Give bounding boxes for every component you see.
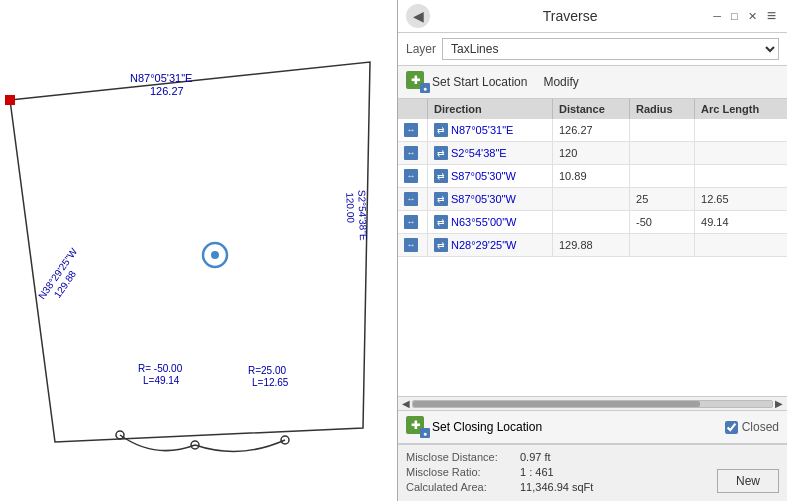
table-row[interactable]: ↔⇄S87°05'30"W2512.65	[398, 188, 787, 211]
set-start-button[interactable]: ✚ ● Set Start Location	[406, 71, 527, 93]
traverse-table: Direction Distance Radius Arc Length ↔⇄N…	[398, 99, 787, 257]
distance-cell: 126.27	[552, 119, 629, 142]
table-row[interactable]: ↔⇄S2°54'38"E120	[398, 142, 787, 165]
layer-select[interactable]: TaxLines	[442, 38, 779, 60]
radius-cell: 25	[630, 188, 695, 211]
arc-length-cell: 12.65	[695, 188, 787, 211]
svg-text:L=12.65: L=12.65	[252, 377, 289, 388]
map-pin-icon: ●	[423, 85, 427, 92]
table-row[interactable]: ↔⇄N28°29'25"W129.88	[398, 234, 787, 257]
panel-titlebar: ◀ Traverse ─ □ ✕ ≡	[398, 0, 787, 33]
distance-cell	[552, 211, 629, 234]
scroll-left-arrow[interactable]: ◀	[400, 398, 412, 409]
svg-text:R=25.00: R=25.00	[248, 365, 287, 376]
radius-cell	[630, 165, 695, 188]
table-body: ↔⇄N87°05'31"E126.27↔⇄S2°54'38"E120↔⇄S87°…	[398, 119, 787, 257]
table-row[interactable]: ↔⇄S87°05'30"W10.89	[398, 165, 787, 188]
arc-length-cell	[695, 234, 787, 257]
row-icon-cell: ↔	[398, 234, 428, 257]
row-expand-icon: ↔	[404, 123, 418, 137]
distance-cell: 129.88	[552, 234, 629, 257]
direction-cell: ⇄N87°05'31"E	[428, 119, 553, 142]
arc-length-cell	[695, 119, 787, 142]
scroll-right-arrow[interactable]: ▶	[773, 398, 785, 409]
panel: ◀ Traverse ─ □ ✕ ≡ Layer TaxLines ✚ ● Se…	[397, 0, 787, 501]
scrollbar-thumb[interactable]	[413, 401, 700, 407]
direction-icon: ⇄	[434, 192, 448, 206]
layer-label: Layer	[406, 42, 436, 56]
table-container[interactable]: Direction Distance Radius Arc Length ↔⇄N…	[398, 99, 787, 397]
misclose-distance-value: 0.97 ft	[520, 451, 551, 463]
svg-text:L=49.14: L=49.14	[143, 375, 180, 386]
closing-row: ✚ ● Set Closing Location Closed	[398, 411, 787, 444]
misclose-distance-label: Misclose Distance:	[406, 451, 516, 463]
calculated-area-line: Calculated Area: 11,346.94 sqFt	[406, 481, 593, 493]
direction-value: S2°54'38"E	[451, 147, 507, 159]
table-header-row: Direction Distance Radius Arc Length	[398, 99, 787, 119]
direction-icon: ⇄	[434, 215, 448, 229]
col-arc-length: Arc Length	[695, 99, 787, 119]
closed-right: Closed	[725, 420, 779, 434]
direction-cell: ⇄N28°29'25"W	[428, 234, 553, 257]
row-icon-cell: ↔	[398, 165, 428, 188]
misclose-distance-line: Misclose Distance: 0.97 ft	[406, 451, 593, 463]
scrollbar-track[interactable]	[412, 400, 773, 408]
arc-length-cell	[695, 142, 787, 165]
col-icon	[398, 99, 428, 119]
arc-length-cell	[695, 165, 787, 188]
set-start-icon: ✚	[411, 74, 420, 87]
direction-icon: ⇄	[434, 123, 448, 137]
col-direction: Direction	[428, 99, 553, 119]
row-expand-icon: ↔	[404, 238, 418, 252]
direction-value: S87°05'30"W	[451, 170, 516, 182]
svg-text:S2°54'38"E: S2°54'38"E	[356, 190, 369, 241]
scrollbar-row: ◀ ▶	[398, 397, 787, 411]
direction-cell: ⇄S2°54'38"E	[428, 142, 553, 165]
misclose-ratio-line: Misclose Ratio: 1 : 461	[406, 466, 593, 478]
close-button[interactable]: ✕	[745, 10, 760, 23]
info-section: Misclose Distance: 0.97 ft Misclose Rati…	[406, 451, 593, 493]
radius-cell	[630, 119, 695, 142]
table-row[interactable]: ↔⇄N87°05'31"E126.27	[398, 119, 787, 142]
direction-cell: ⇄S87°05'30"W	[428, 188, 553, 211]
back-button[interactable]: ◀	[406, 4, 430, 28]
direction-value: N28°29'25"W	[451, 239, 516, 251]
svg-text:R= -50.00: R= -50.00	[138, 363, 183, 374]
row-icon-cell: ↔	[398, 142, 428, 165]
radius-cell	[630, 142, 695, 165]
radius-cell: -50	[630, 211, 695, 234]
row-expand-icon: ↔	[404, 192, 418, 206]
restore-button[interactable]: □	[728, 10, 741, 22]
closing-pin-icon: ●	[423, 430, 427, 437]
calculated-area-label: Calculated Area:	[406, 481, 516, 493]
calculated-area-value: 11,346.94 sqFt	[520, 481, 593, 493]
set-closing-left: ✚ ● Set Closing Location	[406, 416, 542, 438]
direction-icon: ⇄	[434, 169, 448, 183]
table-row[interactable]: ↔⇄N63°55'00"W-5049.14	[398, 211, 787, 234]
svg-marker-0	[10, 62, 370, 442]
minimize-button[interactable]: ─	[710, 10, 724, 22]
direction-cell: ⇄S87°05'30"W	[428, 165, 553, 188]
distance-cell: 10.89	[552, 165, 629, 188]
direction-icon: ⇄	[434, 146, 448, 160]
misclose-ratio-value: 1 : 461	[520, 466, 554, 478]
set-start-label: Set Start Location	[432, 75, 527, 89]
distance-cell	[552, 188, 629, 211]
svg-text:120.00: 120.00	[344, 192, 356, 223]
set-closing-label[interactable]: Set Closing Location	[432, 420, 542, 434]
hamburger-menu[interactable]: ≡	[764, 7, 779, 25]
closed-label: Closed	[742, 420, 779, 434]
closed-checkbox[interactable]	[725, 421, 738, 434]
set-closing-icon: ✚	[411, 419, 420, 432]
direction-value: S87°05'30"W	[451, 193, 516, 205]
modify-button[interactable]: Modify	[543, 75, 578, 89]
radius-cell	[630, 234, 695, 257]
svg-point-3	[211, 251, 219, 259]
toolbar-row: ✚ ● Set Start Location Modify	[398, 66, 787, 99]
row-expand-icon: ↔	[404, 146, 418, 160]
row-icon-cell: ↔	[398, 211, 428, 234]
new-button[interactable]: New	[717, 469, 779, 493]
svg-text:N87°05'31"E: N87°05'31"E	[130, 72, 192, 84]
row-icon-cell: ↔	[398, 188, 428, 211]
drawing-area: N87°05'31"E 126.27 N38°29'25"W 129.88 S2…	[0, 0, 397, 501]
